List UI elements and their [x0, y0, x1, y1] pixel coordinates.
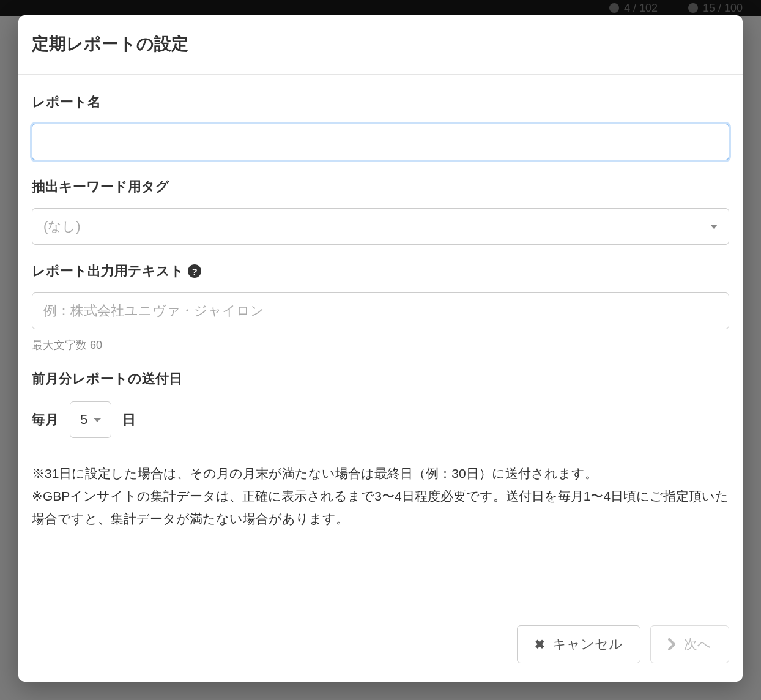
- note-2: ※GBPインサイトの集計データは、正確に表示されるまで3〜4日程度必要です。送付…: [32, 485, 729, 531]
- keyword-tag-group: 抽出キーワード用タグ (なし): [32, 177, 729, 245]
- cancel-button-label: キャンセル: [552, 635, 623, 653]
- output-text-label: レポート出力用テキスト ?: [32, 262, 729, 280]
- report-name-group: レポート名: [32, 93, 729, 160]
- help-icon[interactable]: ?: [188, 264, 201, 278]
- modal-footer: ✖ キャンセル 次へ: [18, 609, 743, 682]
- next-button-label: 次へ: [684, 635, 711, 653]
- send-day-group: 前月分レポートの送付日 毎月 5 日: [32, 370, 729, 438]
- send-day-suffix: 日: [122, 411, 136, 429]
- report-name-label: レポート名: [32, 93, 729, 111]
- close-icon: ✖: [535, 637, 545, 652]
- modal-body: レポート名 抽出キーワード用タグ (なし) レポート出力用テキスト ? 最大文字…: [18, 75, 743, 609]
- cancel-button[interactable]: ✖ キャンセル: [517, 625, 640, 663]
- send-day-select[interactable]: 5: [70, 401, 111, 438]
- modal-header: 定期レポートの設定: [18, 15, 743, 75]
- periodic-report-settings-modal: 定期レポートの設定 レポート名 抽出キーワード用タグ (なし) レポート出力用テ…: [18, 15, 743, 682]
- output-text-label-text: レポート出力用テキスト: [32, 262, 184, 280]
- next-button[interactable]: 次へ: [650, 625, 729, 663]
- send-day-row: 毎月 5 日: [32, 401, 729, 438]
- note-1: ※31日に設定した場合は、その月の月末が満たない場合は最終日（例：30日）に送付…: [32, 463, 729, 485]
- keyword-tag-select[interactable]: (なし): [32, 208, 729, 245]
- output-text-group: レポート出力用テキスト ? 最大文字数 60: [32, 262, 729, 352]
- output-text-input[interactable]: [32, 292, 729, 329]
- send-day-prefix: 毎月: [32, 411, 59, 429]
- send-day-value: 5: [80, 412, 87, 428]
- keyword-tag-selected: (なし): [43, 217, 81, 236]
- modal-title: 定期レポートの設定: [32, 32, 724, 56]
- chevron-right-icon: [668, 638, 677, 650]
- report-name-input[interactable]: [32, 124, 729, 160]
- caret-down-icon: [710, 225, 718, 229]
- caret-down-icon: [94, 418, 101, 422]
- notes: ※31日に設定した場合は、その月の月末が満たない場合は最終日（例：30日）に送付…: [32, 463, 729, 530]
- output-text-helper: 最大文字数 60: [32, 338, 729, 352]
- keyword-tag-label: 抽出キーワード用タグ: [32, 177, 729, 196]
- send-day-label: 前月分レポートの送付日: [32, 370, 729, 388]
